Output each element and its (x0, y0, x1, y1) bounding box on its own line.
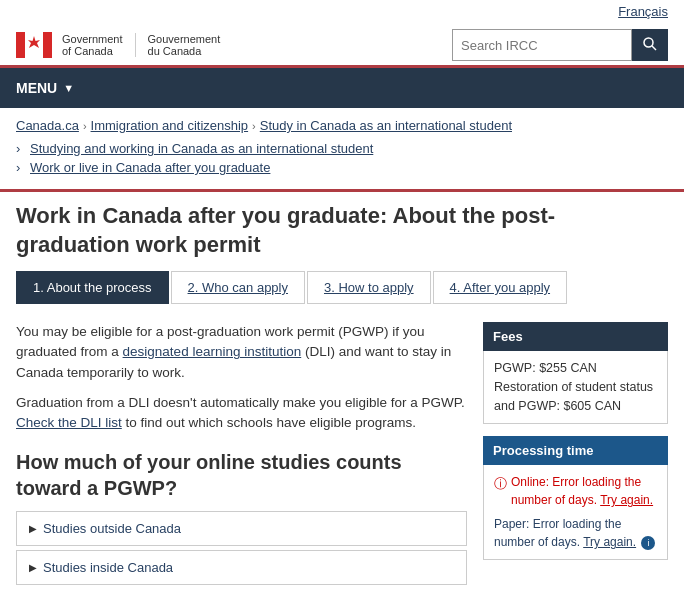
processing-online: ⓘ Online: Error loading the number of da… (494, 473, 657, 509)
fees-line-3: and PGWP: $605 CAN (494, 397, 657, 416)
page-title-area: Work in Canada after you graduate: About… (0, 189, 684, 259)
processing-box: Processing time ⓘ Online: Error loading … (483, 436, 668, 560)
sub-link-studying[interactable]: Studying and working in Canada as an int… (16, 141, 668, 156)
content-right: Fees PGWP: $255 CAN Restoration of stude… (483, 322, 668, 589)
tab-how-to-apply[interactable]: 3. How to apply (307, 271, 431, 304)
search-area (452, 29, 668, 61)
processing-paper: Paper: Error loading the number of days.… (494, 515, 657, 551)
dli-link[interactable]: designated learning institution (123, 344, 302, 359)
search-input[interactable] (452, 29, 632, 61)
main-content: You may be eligible for a post-graduatio… (0, 306, 684, 589)
breadcrumb-sep-2: › (252, 120, 256, 132)
gov-name: Government of Canada Gouvernement du Can… (62, 33, 220, 57)
nav-bar: MENU ▼ (0, 68, 684, 108)
language-link[interactable]: Français (618, 4, 668, 19)
sub-link-work[interactable]: Work or live in Canada after you graduat… (16, 160, 668, 175)
fees-line-2: Restoration of student status (494, 378, 657, 397)
processing-body: ⓘ Online: Error loading the number of da… (483, 465, 668, 560)
tab-about-process[interactable]: 1. About the process (16, 271, 169, 304)
expand-studies-outside[interactable]: ▶ Studies outside Canada (16, 511, 467, 546)
content-left: You may be eligible for a post-graduatio… (16, 322, 467, 589)
breadcrumb-immigration[interactable]: Immigration and citizenship (91, 118, 249, 133)
fees-body: PGWP: $255 CAN Restoration of student st… (483, 351, 668, 424)
processing-paper-retry[interactable]: Try again. (583, 535, 636, 549)
fees-box: Fees PGWP: $255 CAN Restoration of stude… (483, 322, 668, 424)
processing-header: Processing time (483, 436, 668, 465)
section-heading: How much of your online studies counts t… (16, 449, 467, 501)
menu-button[interactable]: MENU ▼ (16, 68, 74, 108)
check-dli-link[interactable]: Check the DLI list (16, 415, 122, 430)
svg-line-5 (652, 46, 656, 50)
tab-who-can-apply[interactable]: 2. Who can apply (171, 271, 305, 304)
svg-point-4 (644, 38, 653, 47)
chevron-down-icon: ▼ (63, 82, 74, 94)
page-title: Work in Canada after you graduate: About… (16, 202, 668, 259)
expand-studies-inside[interactable]: ▶ Studies inside Canada (16, 550, 467, 585)
intro-paragraph-1: You may be eligible for a post-graduatio… (16, 322, 467, 383)
logo-area: Government of Canada Gouvernement du Can… (16, 32, 220, 58)
tabs-container: 1. About the process 2. Who can apply 3.… (0, 271, 684, 306)
breadcrumb: Canada.ca › Immigration and citizenship … (0, 108, 684, 139)
sub-links: Studying and working in Canada as an int… (0, 139, 684, 189)
breadcrumb-sep-1: › (83, 120, 87, 132)
fees-line-1: PGWP: $255 CAN (494, 359, 657, 378)
breadcrumb-home[interactable]: Canada.ca (16, 118, 79, 133)
tab-after-apply[interactable]: 4. After you apply (433, 271, 567, 304)
info-icon-online: ⓘ (494, 474, 507, 494)
breadcrumb-study[interactable]: Study in Canada as an international stud… (260, 118, 512, 133)
fees-header: Fees (483, 322, 668, 351)
search-button[interactable] (632, 29, 668, 61)
search-icon (643, 37, 657, 51)
canada-flag-icon (16, 32, 52, 58)
intro-paragraph-2: Graduation from a DLI doesn't automatica… (16, 393, 467, 434)
svg-rect-2 (43, 32, 52, 58)
info-icon-paper: i (641, 536, 655, 550)
svg-rect-0 (16, 32, 25, 58)
expand-arrow-outside: ▶ (29, 523, 37, 534)
processing-online-retry[interactable]: Try again. (600, 493, 653, 507)
expand-arrow-inside: ▶ (29, 562, 37, 573)
